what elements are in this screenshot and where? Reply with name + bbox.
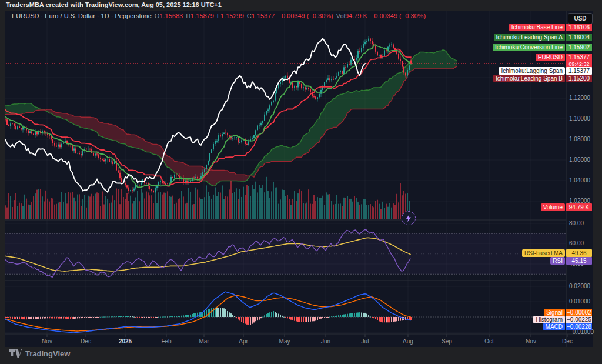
time-axis-label-jul: Jul (362, 339, 369, 345)
tradingview-logo-icon (9, 349, 22, 358)
tradingview-logo-text: TradingView (25, 349, 70, 358)
ohlc-values: O1.15683H1.15879L1.15299C1.15377−0.00349… (152, 12, 426, 19)
time-axis-label-mar: Mar (199, 339, 209, 345)
time-axis-label-nov: Nov (526, 339, 536, 345)
tag-symbol-price-value[interactable]: 1.1537709:42:32 (566, 54, 592, 68)
field-change: −0.00349 (−0.30%) (277, 12, 333, 19)
tag-rsi-based-ma-label[interactable]: RSI-based MA (522, 249, 565, 257)
time-axis-label-2025: 2025 (119, 339, 132, 345)
tag-ichimoku-leading-span-a-label[interactable]: Ichimoku:Leading Span A (494, 34, 565, 41)
price-axis-tick: 1.04000 (569, 178, 590, 183)
time-axis-label-jun: Jun (321, 339, 330, 345)
tag-macd-label[interactable]: MACD (543, 323, 565, 330)
macd-axis-tick: 0.01000 (569, 299, 590, 305)
macd-pane (5, 292, 566, 333)
macd-histogram (5, 308, 412, 325)
time-axis-label-apr: Apr (239, 339, 248, 345)
time-axis-label-nov: Nov (42, 339, 52, 345)
grid (5, 11, 567, 337)
tag-symbol-price-countdown: 09:42:32 (566, 61, 592, 67)
time-axis-label-oct: Oct (484, 339, 494, 345)
tag-rsi-value[interactable]: 45.15 (566, 257, 592, 265)
tag-ichimoku-lagging-span-label[interactable]: Ichimoku:Lagging Span (499, 67, 565, 75)
time-axis-label-dec: Dec (562, 339, 573, 345)
tag-symbol-price-label[interactable]: EURUSD (536, 54, 565, 61)
tag-rsi-label[interactable]: RSI (550, 257, 565, 265)
tag-ichimoku-leading-span-a-value[interactable]: 1.16004 (566, 34, 592, 41)
instant-trading-button[interactable] (402, 211, 416, 225)
price-axis-tick: 1.08000 (569, 136, 590, 142)
field-change: −0.00349 (−0.30%) (370, 12, 426, 19)
rsi-axis-tick: 80.00 (569, 221, 584, 226)
tag-volume-value[interactable]: 94.79 K (566, 203, 592, 211)
tag-ichimoku-lagging-span-value[interactable]: 1.15377 (566, 67, 592, 75)
time-axis-label-dec: Dec (81, 339, 91, 345)
rsi-pane (5, 230, 566, 278)
time-axis-label-may: May (279, 339, 290, 345)
price-axis-tick: 1.12000 (569, 95, 590, 101)
symbol-description: EURUSD · Euro / U.S. Dollar · 1D · Peppe… (12, 12, 152, 19)
price-axis-tick: 1.10000 (569, 116, 590, 122)
time-axis-label-feb: Feb (161, 339, 171, 345)
time-axis-label-sep: Sep (442, 339, 452, 345)
tag-volume-label[interactable]: Volume (541, 203, 565, 211)
field-O: O1.15683 (155, 12, 183, 19)
tradingview-logo[interactable]: TradingView (9, 349, 70, 358)
watermark-attribution: TradersMBA created with TradingView.com,… (6, 1, 222, 10)
currency-toggle-button[interactable]: USD (568, 13, 593, 24)
chart-canvas[interactable] (0, 0, 602, 364)
tag-ichimoku-leading-span-b-value[interactable]: 1.15200 (566, 75, 592, 82)
tradingview-chart-window: TradersMBA created with TradingView.com,… (0, 0, 602, 364)
tag-macd-value[interactable]: −0.00228 (566, 323, 592, 330)
macd-axis-tick: 0.02000 (569, 283, 590, 289)
tag-ichimoku-conversion-line-label[interactable]: Ichimoku:Conversion Line (493, 44, 565, 51)
tag-ichimoku-base-line-value[interactable]: 1.16106 (566, 24, 592, 31)
field-L: L1.15299 (217, 12, 244, 19)
tag-ichimoku-conversion-line-value[interactable]: 1.15902 (566, 44, 592, 51)
tag-ichimoku-base-line-label[interactable]: Ichimoku:Base Line (509, 24, 565, 31)
symbol-header[interactable]: EURUSD · Euro / U.S. Dollar · 1D · Peppe… (12, 12, 426, 19)
tag-ichimoku-leading-span-b-label[interactable]: Ichimoku:Leading Span B (493, 75, 565, 82)
field-C: C1.15377 (247, 12, 275, 19)
lightning-icon (405, 214, 412, 222)
field-H: H1.15879 (186, 12, 214, 19)
rsi-axis-tick: 60.00 (569, 241, 584, 246)
price-axis-tick: 1.06000 (569, 157, 590, 163)
field-Vol: Vol94.79 K (336, 12, 367, 19)
time-axis-label-aug: Aug (403, 339, 413, 345)
tag-rsi-based-ma-value[interactable]: 49.36 (566, 249, 592, 257)
